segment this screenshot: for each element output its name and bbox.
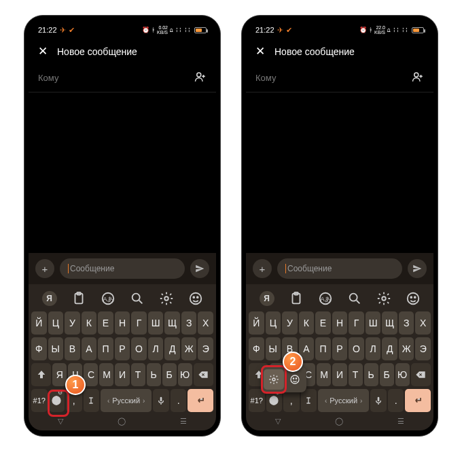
key-letter[interactable]: Г [131, 311, 147, 335]
key-letter[interactable]: Н [115, 311, 130, 335]
message-input[interactable]: Сообщение [277, 258, 402, 279]
enter-key[interactable] [405, 389, 431, 412]
comma-key[interactable]: , [283, 389, 300, 412]
nav-recent-icon[interactable]: ☰ [397, 417, 404, 426]
key-letter[interactable]: Д [164, 337, 180, 360]
key-letter[interactable]: Ь [147, 363, 161, 386]
key-letter[interactable]: К [299, 311, 315, 335]
key-letter[interactable]: Г [349, 311, 364, 335]
attach-button[interactable]: + [35, 259, 54, 278]
key-letter[interactable]: Ф [31, 337, 47, 360]
key-letter[interactable]: С [84, 363, 98, 386]
emoji-icon[interactable] [188, 291, 203, 306]
key-letter[interactable]: З [181, 311, 197, 335]
attach-button[interactable]: + [253, 259, 272, 278]
key-letter[interactable]: Й [249, 311, 264, 335]
backspace-key[interactable] [194, 363, 213, 386]
spacebar[interactable]: ‹Русский› [318, 389, 369, 412]
key-letter[interactable]: Т [131, 363, 145, 386]
add-recipient-icon[interactable] [194, 71, 207, 85]
key-letter[interactable]: Х [415, 311, 431, 335]
cursor-mode-key[interactable] [301, 389, 317, 412]
key-letter[interactable]: Ю [395, 363, 410, 386]
globe-key[interactable]: ⚙ [49, 389, 65, 412]
cursor-mode-key[interactable] [84, 389, 100, 412]
nav-home-icon[interactable]: ◯ [118, 417, 126, 426]
key-letter[interactable]: Х [198, 311, 213, 335]
search-icon[interactable] [347, 291, 362, 306]
key-letter[interactable]: Ь [364, 363, 378, 386]
period-key[interactable]: . [388, 389, 404, 412]
emoji-icon[interactable] [406, 291, 421, 306]
clipboard-icon[interactable] [71, 291, 86, 306]
translate-icon[interactable]: Aあ [318, 291, 333, 306]
key-letter[interactable]: З [399, 311, 414, 335]
recipient-row[interactable]: Кому [246, 64, 433, 92]
key-letter[interactable]: Э [198, 337, 213, 360]
key-letter[interactable]: Р [115, 337, 130, 360]
key-letter[interactable]: И [115, 363, 129, 386]
key-letter[interactable]: Л [148, 337, 164, 360]
voice-key[interactable] [153, 389, 169, 412]
shift-key[interactable] [31, 363, 51, 386]
popup-emoji-option[interactable] [285, 369, 305, 390]
close-icon[interactable]: ✕ [38, 46, 48, 57]
recipient-row[interactable]: Кому [29, 64, 216, 92]
message-input[interactable]: Сообщение [60, 258, 185, 279]
send-button[interactable] [408, 259, 427, 278]
key-letter[interactable]: Ы [266, 337, 281, 360]
key-letter[interactable]: Б [162, 363, 177, 386]
key-letter[interactable]: А [82, 337, 97, 360]
key-letter[interactable]: Э [415, 337, 431, 360]
key-letter[interactable]: У [65, 311, 80, 335]
enter-key[interactable] [188, 389, 213, 412]
search-icon[interactable] [130, 291, 145, 306]
key-letter[interactable]: Ш [366, 311, 381, 335]
yandex-icon[interactable]: Я [42, 291, 57, 306]
key-letter[interactable]: В [65, 337, 80, 360]
key-letter[interactable]: Б [380, 363, 394, 386]
voice-key[interactable] [370, 389, 387, 412]
settings-icon[interactable] [159, 291, 174, 306]
send-button[interactable] [190, 259, 209, 278]
key-letter[interactable]: Д [382, 337, 397, 360]
nav-recent-icon[interactable]: ☰ [180, 417, 187, 426]
key-letter[interactable]: Щ [164, 311, 180, 335]
key-letter[interactable]: Ц [48, 311, 64, 335]
clipboard-icon[interactable] [289, 291, 304, 306]
key-letter[interactable]: У [282, 311, 298, 335]
key-letter[interactable]: Ж [181, 337, 197, 360]
spacebar[interactable]: ‹Русский› [101, 389, 152, 412]
period-key[interactable]: . [171, 389, 187, 412]
key-letter[interactable]: К [82, 311, 97, 335]
key-letter[interactable]: И [332, 363, 346, 386]
key-letter[interactable]: Ж [399, 337, 414, 360]
key-letter[interactable]: Ы [48, 337, 64, 360]
popup-settings-option[interactable] [264, 369, 284, 390]
key-letter[interactable]: Р [332, 337, 348, 360]
key-letter[interactable]: Ю [178, 363, 192, 386]
key-letter[interactable]: М [99, 363, 113, 386]
key-letter[interactable]: Ш [148, 311, 164, 335]
key-letter[interactable]: Е [315, 311, 331, 335]
backspace-key[interactable] [411, 363, 431, 386]
key-letter[interactable]: Т [349, 363, 363, 386]
symbols-key[interactable]: #1? [249, 389, 265, 412]
key-letter[interactable]: Е [98, 311, 113, 335]
key-letter[interactable]: М [317, 363, 331, 386]
key-letter[interactable]: О [131, 337, 147, 360]
key-letter[interactable]: П [315, 337, 331, 360]
symbols-key[interactable]: #1? [31, 389, 48, 412]
globe-key[interactable]: ⚙ [266, 389, 283, 412]
key-letter[interactable]: П [98, 337, 113, 360]
key-letter[interactable]: Н [332, 311, 348, 335]
nav-home-icon[interactable]: ◯ [335, 417, 343, 426]
close-icon[interactable]: ✕ [255, 46, 265, 57]
key-letter[interactable]: Ф [249, 337, 264, 360]
translate-icon[interactable]: Aあ [101, 291, 116, 306]
key-letter[interactable]: Й [31, 311, 47, 335]
nav-back-icon[interactable]: ▽ [58, 417, 63, 426]
nav-back-icon[interactable]: ▽ [275, 417, 281, 426]
key-letter[interactable]: Ц [266, 311, 281, 335]
key-letter[interactable]: О [349, 337, 364, 360]
